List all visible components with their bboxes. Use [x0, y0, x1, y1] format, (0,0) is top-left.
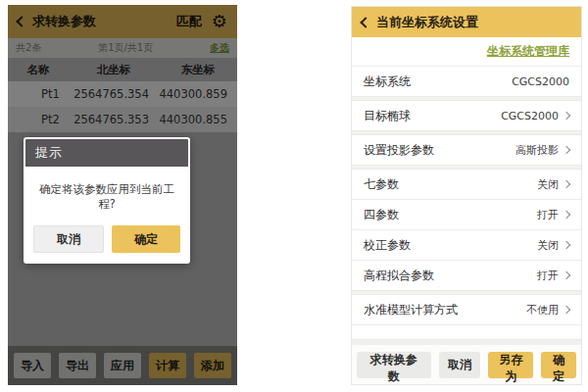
- setting-label: 坐标系统: [364, 74, 411, 90]
- screenshot-canvas: 求转换参数 匹配 ⚙ 共2条 第1页/共1页 多选 名称 北坐标 东坐标 Pt1…: [0, 0, 588, 392]
- setting-row-seven-params[interactable]: 七参数 关闭: [352, 170, 581, 199]
- setting-row-projection-params[interactable]: 设置投影参数 高斯投影: [352, 135, 581, 165]
- right-bottom-toolbar: 求转换参数 取消 另存为 确定: [352, 345, 581, 384]
- setting-row-correction-params[interactable]: 校正参数 关闭: [352, 230, 581, 260]
- coordinate-library-link[interactable]: 坐标系统管理库: [487, 43, 569, 60]
- setting-value: 关闭: [537, 177, 559, 192]
- setting-row-height-fitting-params[interactable]: 高程拟合参数 打开: [352, 261, 581, 290]
- empty-space: [352, 325, 581, 339]
- right-app-header: 当前坐标系统设置: [352, 7, 581, 37]
- setting-label: 水准模型计算方式: [364, 302, 458, 318]
- setting-row-level-model-method[interactable]: 水准模型计算方式 不使用: [352, 295, 581, 324]
- setting-row-target-ellipsoid[interactable]: 目标椭球 CGCS2000: [352, 101, 581, 130]
- confirm-button[interactable]: 确定: [541, 352, 576, 378]
- chevron-right-icon: [563, 180, 570, 188]
- dialog-confirm-button[interactable]: 确定: [112, 225, 180, 253]
- setting-label: 目标椭球: [364, 108, 411, 124]
- chevron-right-icon: [563, 146, 570, 154]
- right-page-title: 当前坐标系统设置: [376, 14, 478, 31]
- confirm-dialog: 提示 确定将该参数应用到当前工程? 取消 确定: [24, 137, 190, 264]
- setting-label: 四参数: [364, 207, 399, 223]
- chevron-right-icon: [563, 241, 570, 249]
- chevron-right-icon: [563, 112, 570, 120]
- back-icon[interactable]: [360, 17, 370, 27]
- chevron-right-icon: [563, 271, 570, 279]
- setting-label: 高程拟合参数: [364, 268, 434, 284]
- dialog-message: 确定将该参数应用到当前工程?: [25, 167, 188, 225]
- setting-value: 关闭: [537, 238, 559, 253]
- setting-value: 不使用: [526, 303, 559, 318]
- setting-row-coordinate-system[interactable]: 坐标系统 CGCS2000: [352, 67, 581, 96]
- dialog-title: 提示: [25, 139, 188, 167]
- setting-label: 设置投影参数: [364, 142, 434, 159]
- cancel-button[interactable]: 取消: [439, 352, 481, 378]
- dialog-button-row: 取消 确定: [25, 225, 188, 262]
- setting-value: 打开: [537, 208, 559, 222]
- save-as-button[interactable]: 另存为: [488, 352, 533, 378]
- right-phone-screen: 当前坐标系统设置 坐标系统管理库 坐标系统 CGCS2000 目标椭球 CGCS…: [351, 6, 582, 385]
- chevron-right-icon: [563, 306, 570, 314]
- library-link-row: 坐标系统管理库: [352, 37, 581, 67]
- solve-parameters-button[interactable]: 求转换参数: [357, 352, 431, 378]
- setting-value: 打开: [537, 269, 559, 283]
- dialog-cancel-button[interactable]: 取消: [33, 225, 104, 253]
- setting-label: 七参数: [364, 176, 399, 193]
- setting-row-four-params[interactable]: 四参数 打开: [352, 200, 581, 229]
- chevron-right-icon: [563, 211, 570, 219]
- setting-value: CGCS2000: [501, 110, 559, 122]
- setting-value: CGCS2000: [512, 75, 569, 88]
- setting-value: 高斯投影: [515, 143, 559, 158]
- left-phone-screen: 求转换参数 匹配 ⚙ 共2条 第1页/共1页 多选 名称 北坐标 东坐标 Pt1…: [8, 5, 237, 385]
- setting-label: 校正参数: [364, 237, 411, 254]
